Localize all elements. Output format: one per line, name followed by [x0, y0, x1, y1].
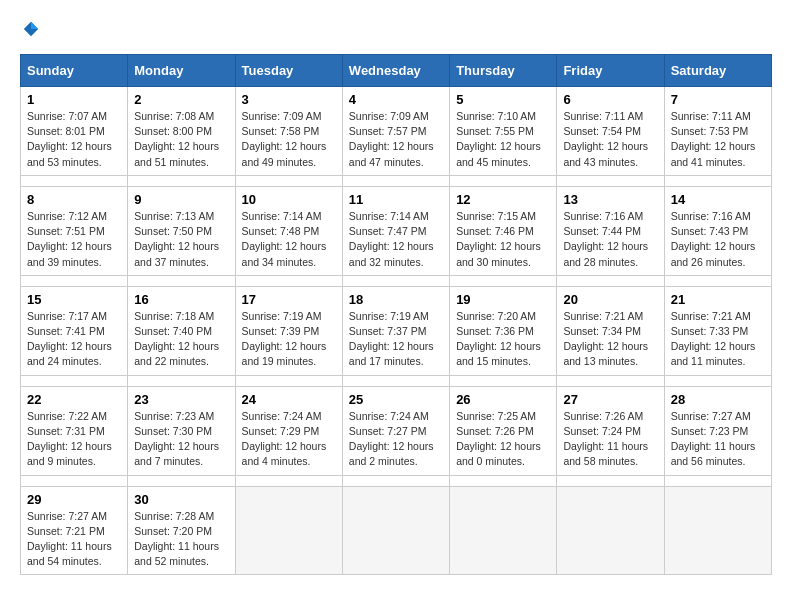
- calendar-cell: 16 Sunrise: 7:18 AM Sunset: 7:40 PM Dayl…: [128, 286, 235, 375]
- calendar-cell: 20 Sunrise: 7:21 AM Sunset: 7:34 PM Dayl…: [557, 286, 664, 375]
- day-number: 1: [27, 92, 121, 107]
- daylight-text: Daylight: 12 hours and 19 minutes.: [242, 340, 327, 367]
- day-number: 10: [242, 192, 336, 207]
- sunset-text: Sunset: 7:51 PM: [27, 225, 105, 237]
- calendar-cell: 11 Sunrise: 7:14 AM Sunset: 7:47 PM Dayl…: [342, 186, 449, 275]
- calendar-table: SundayMondayTuesdayWednesdayThursdayFrid…: [20, 54, 772, 575]
- sunset-text: Sunset: 7:47 PM: [349, 225, 427, 237]
- calendar-cell: 30 Sunrise: 7:28 AM Sunset: 7:20 PM Dayl…: [128, 486, 235, 575]
- sunrise-text: Sunrise: 7:16 AM: [563, 210, 643, 222]
- calendar-cell: 22 Sunrise: 7:22 AM Sunset: 7:31 PM Dayl…: [21, 386, 128, 475]
- calendar-cell: 27 Sunrise: 7:26 AM Sunset: 7:24 PM Dayl…: [557, 386, 664, 475]
- day-info: Sunrise: 7:07 AM Sunset: 8:01 PM Dayligh…: [27, 109, 121, 170]
- separator-cell: [21, 375, 128, 386]
- day-info: Sunrise: 7:19 AM Sunset: 7:37 PM Dayligh…: [349, 309, 443, 370]
- day-number: 13: [563, 192, 657, 207]
- day-number: 2: [134, 92, 228, 107]
- daylight-text: Daylight: 12 hours and 7 minutes.: [134, 440, 219, 467]
- sunrise-text: Sunrise: 7:10 AM: [456, 110, 536, 122]
- day-number: 6: [563, 92, 657, 107]
- separator-cell: [128, 275, 235, 286]
- sunset-text: Sunset: 7:36 PM: [456, 325, 534, 337]
- day-info: Sunrise: 7:16 AM Sunset: 7:43 PM Dayligh…: [671, 209, 765, 270]
- column-header-friday: Friday: [557, 55, 664, 87]
- day-number: 24: [242, 392, 336, 407]
- column-header-tuesday: Tuesday: [235, 55, 342, 87]
- calendar-cell: 5 Sunrise: 7:10 AM Sunset: 7:55 PM Dayli…: [450, 87, 557, 176]
- sunset-text: Sunset: 7:46 PM: [456, 225, 534, 237]
- daylight-text: Daylight: 12 hours and 17 minutes.: [349, 340, 434, 367]
- column-header-saturday: Saturday: [664, 55, 771, 87]
- daylight-text: Daylight: 12 hours and 39 minutes.: [27, 240, 112, 267]
- calendar-cell: 1 Sunrise: 7:07 AM Sunset: 8:01 PM Dayli…: [21, 87, 128, 176]
- sunset-text: Sunset: 7:57 PM: [349, 125, 427, 137]
- daylight-text: Daylight: 12 hours and 15 minutes.: [456, 340, 541, 367]
- day-number: 29: [27, 492, 121, 507]
- calendar-cell: 9 Sunrise: 7:13 AM Sunset: 7:50 PM Dayli…: [128, 186, 235, 275]
- sunset-text: Sunset: 7:40 PM: [134, 325, 212, 337]
- week-separator: [21, 175, 772, 186]
- day-number: 25: [349, 392, 443, 407]
- calendar-cell: 2 Sunrise: 7:08 AM Sunset: 8:00 PM Dayli…: [128, 87, 235, 176]
- calendar-week-row: 15 Sunrise: 7:17 AM Sunset: 7:41 PM Dayl…: [21, 286, 772, 375]
- daylight-text: Daylight: 11 hours and 52 minutes.: [134, 540, 219, 567]
- day-number: 30: [134, 492, 228, 507]
- day-info: Sunrise: 7:21 AM Sunset: 7:33 PM Dayligh…: [671, 309, 765, 370]
- separator-cell: [128, 175, 235, 186]
- sunrise-text: Sunrise: 7:11 AM: [671, 110, 751, 122]
- svg-marker-1: [31, 22, 38, 29]
- day-info: Sunrise: 7:17 AM Sunset: 7:41 PM Dayligh…: [27, 309, 121, 370]
- separator-cell: [557, 175, 664, 186]
- separator-cell: [128, 375, 235, 386]
- calendar-cell: 10 Sunrise: 7:14 AM Sunset: 7:48 PM Dayl…: [235, 186, 342, 275]
- daylight-text: Daylight: 12 hours and 41 minutes.: [671, 140, 756, 167]
- separator-cell: [21, 275, 128, 286]
- daylight-text: Daylight: 12 hours and 22 minutes.: [134, 340, 219, 367]
- separator-cell: [235, 175, 342, 186]
- day-info: Sunrise: 7:28 AM Sunset: 7:20 PM Dayligh…: [134, 509, 228, 570]
- sunset-text: Sunset: 7:50 PM: [134, 225, 212, 237]
- sunset-text: Sunset: 7:41 PM: [27, 325, 105, 337]
- separator-cell: [664, 375, 771, 386]
- daylight-text: Daylight: 12 hours and 47 minutes.: [349, 140, 434, 167]
- calendar-cell: 6 Sunrise: 7:11 AM Sunset: 7:54 PM Dayli…: [557, 87, 664, 176]
- separator-cell: [557, 275, 664, 286]
- daylight-text: Daylight: 12 hours and 2 minutes.: [349, 440, 434, 467]
- sunrise-text: Sunrise: 7:20 AM: [456, 310, 536, 322]
- calendar-cell: 25 Sunrise: 7:24 AM Sunset: 7:27 PM Dayl…: [342, 386, 449, 475]
- daylight-text: Daylight: 12 hours and 53 minutes.: [27, 140, 112, 167]
- calendar-cell: [450, 486, 557, 575]
- day-info: Sunrise: 7:26 AM Sunset: 7:24 PM Dayligh…: [563, 409, 657, 470]
- day-info: Sunrise: 7:11 AM Sunset: 7:54 PM Dayligh…: [563, 109, 657, 170]
- sunrise-text: Sunrise: 7:26 AM: [563, 410, 643, 422]
- day-number: 27: [563, 392, 657, 407]
- separator-cell: [235, 375, 342, 386]
- daylight-text: Daylight: 12 hours and 30 minutes.: [456, 240, 541, 267]
- sunset-text: Sunset: 7:26 PM: [456, 425, 534, 437]
- daylight-text: Daylight: 12 hours and 26 minutes.: [671, 240, 756, 267]
- sunset-text: Sunset: 7:48 PM: [242, 225, 320, 237]
- day-number: 23: [134, 392, 228, 407]
- sunset-text: Sunset: 8:01 PM: [27, 125, 105, 137]
- sunrise-text: Sunrise: 7:27 AM: [27, 510, 107, 522]
- day-info: Sunrise: 7:20 AM Sunset: 7:36 PM Dayligh…: [456, 309, 550, 370]
- calendar-cell: 23 Sunrise: 7:23 AM Sunset: 7:30 PM Dayl…: [128, 386, 235, 475]
- sunrise-text: Sunrise: 7:23 AM: [134, 410, 214, 422]
- calendar-cell: 26 Sunrise: 7:25 AM Sunset: 7:26 PM Dayl…: [450, 386, 557, 475]
- day-info: Sunrise: 7:23 AM Sunset: 7:30 PM Dayligh…: [134, 409, 228, 470]
- sunrise-text: Sunrise: 7:19 AM: [242, 310, 322, 322]
- sunset-text: Sunset: 7:55 PM: [456, 125, 534, 137]
- day-info: Sunrise: 7:11 AM Sunset: 7:53 PM Dayligh…: [671, 109, 765, 170]
- daylight-text: Daylight: 11 hours and 56 minutes.: [671, 440, 756, 467]
- day-number: 22: [27, 392, 121, 407]
- sunrise-text: Sunrise: 7:13 AM: [134, 210, 214, 222]
- day-info: Sunrise: 7:22 AM Sunset: 7:31 PM Dayligh…: [27, 409, 121, 470]
- separator-cell: [235, 275, 342, 286]
- sunset-text: Sunset: 7:43 PM: [671, 225, 749, 237]
- day-info: Sunrise: 7:19 AM Sunset: 7:39 PM Dayligh…: [242, 309, 336, 370]
- calendar-cell: [342, 486, 449, 575]
- day-number: 12: [456, 192, 550, 207]
- calendar-cell: 24 Sunrise: 7:24 AM Sunset: 7:29 PM Dayl…: [235, 386, 342, 475]
- calendar-cell: 29 Sunrise: 7:27 AM Sunset: 7:21 PM Dayl…: [21, 486, 128, 575]
- daylight-text: Daylight: 12 hours and 37 minutes.: [134, 240, 219, 267]
